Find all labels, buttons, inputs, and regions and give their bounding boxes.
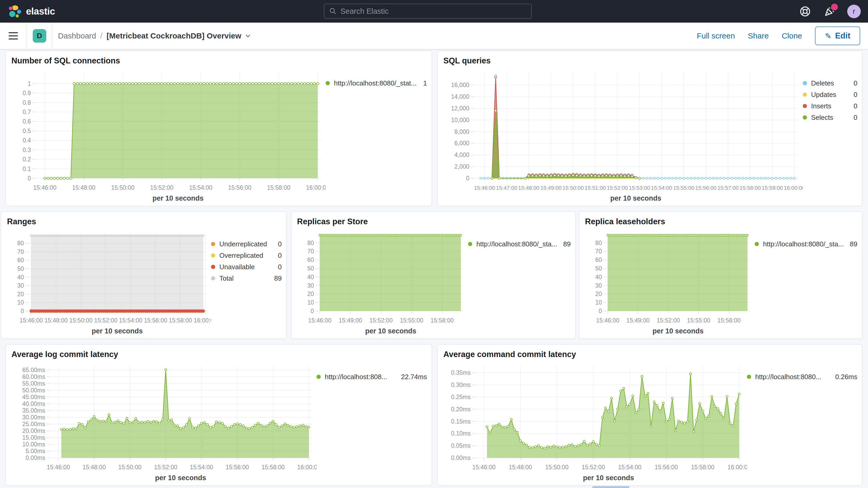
legend-item[interactable]: Unavailable0 (211, 261, 282, 273)
svg-text:15:52:00: 15:52:00 (582, 464, 605, 470)
chart-ranges[interactable]: 15:46:0015:48:0015:50:0015:52:0015:54:00… (6, 229, 211, 336)
svg-text:45.00ms: 45.00ms (22, 394, 45, 400)
elastic-logo[interactable]: elastic (0, 5, 109, 18)
svg-text:40: 40 (307, 274, 314, 280)
global-search-input[interactable]: Search Elastic (324, 4, 532, 19)
legend-item[interactable]: Total89 (211, 273, 282, 284)
svg-text:15:58:00: 15:58:00 (740, 185, 761, 191)
elastic-logo-icon (8, 5, 21, 18)
svg-text:2,000: 2,000 (454, 163, 469, 170)
chart-number-of-sql-connections[interactable]: 15:46:0015:48:0015:50:0015:52:0015:54:00… (10, 68, 326, 203)
svg-text:0.20ms: 0.20ms (451, 406, 471, 413)
legend-value: 89 (846, 240, 857, 248)
legend-value: 0 (850, 91, 857, 99)
clone-button[interactable]: Clone (782, 31, 802, 40)
svg-text:15:54:00: 15:54:00 (119, 317, 143, 324)
breadcrumb-dashboard-link[interactable]: Dashboard (58, 31, 96, 40)
legend-item[interactable]: http://localhost:8080/_stat...1 (326, 78, 427, 89)
panel-ranges: Ranges 15:46:0015:48:0015:50:0015:52:001… (1, 212, 287, 339)
svg-text:0.10ms: 0.10ms (451, 430, 471, 437)
legend-item[interactable]: Overreplicated0 (211, 250, 282, 261)
panel-title: Replica leaseholders (584, 215, 857, 229)
svg-text:0.8: 0.8 (23, 99, 31, 106)
svg-text:0.00ms: 0.00ms (26, 455, 45, 461)
svg-text:50.00ms: 50.00ms (22, 387, 45, 394)
svg-text:15:52:00: 15:52:00 (607, 185, 628, 191)
legend-label: Total (219, 274, 234, 282)
svg-text:10: 10 (17, 299, 24, 306)
svg-text:60: 60 (307, 256, 314, 263)
svg-text:15:49:00: 15:49:00 (540, 185, 562, 191)
legend-item[interactable]: http://localhost:8080/_sta...89 (755, 238, 857, 250)
panel-title: SQL queries (442, 55, 857, 68)
svg-text:per 10 seconds: per 10 seconds (610, 194, 661, 202)
svg-text:70: 70 (595, 248, 602, 255)
svg-text:15:58:00: 15:58:00 (261, 464, 285, 470)
legend-label: http://localhost:8080/_stat... (334, 79, 416, 87)
chevron-down-icon (245, 32, 251, 39)
svg-text:80: 80 (17, 240, 24, 247)
svg-text:40.00ms: 40.00ms (22, 400, 45, 407)
legend-label: Deletes (811, 79, 834, 87)
svg-text:15:51:00: 15:51:00 (585, 185, 606, 191)
legend-swatch-icon (755, 242, 759, 246)
help-button[interactable] (798, 5, 812, 18)
legend-swatch-icon (803, 81, 807, 85)
svg-text:16:00:00: 16:00:00 (784, 185, 803, 191)
hamburger-icon (8, 32, 18, 39)
chart-replicas-per-store[interactable]: 15:46:0015:49:0015:52:0015:55:0015:58:00… (296, 229, 468, 336)
legend-swatch-icon (211, 242, 215, 246)
panel-average-command-commit-latency: Average command commit latency 15:46:001… (437, 344, 862, 486)
full-screen-button[interactable]: Full screen (697, 31, 735, 40)
chart-sql-queries[interactable]: 15:46:0015:47:0015:48:0015:49:0015:50:00… (442, 68, 803, 203)
edit-button[interactable]: ✎ Edit (815, 27, 860, 45)
chart-average-log-commit-latency[interactable]: 15:46:0015:48:0015:50:0015:52:0015:54:00… (10, 362, 316, 483)
user-avatar[interactable]: r (847, 5, 861, 18)
svg-text:20: 20 (595, 291, 602, 297)
dashboard-app-badge[interactable]: D (33, 29, 46, 42)
chart-legend: Deletes0Updates0Inserts0Selects0 (803, 68, 857, 203)
legend-item[interactable]: Selects0 (803, 112, 857, 123)
legend-item[interactable]: Deletes0 (803, 78, 857, 89)
legend-item[interactable]: Updates0 (803, 89, 857, 100)
svg-text:0: 0 (21, 308, 24, 314)
legend-value: 89 (560, 240, 571, 248)
legend-value: 0 (274, 251, 282, 260)
navbar: D Dashboard / [Metricbeat CockroachDB] O… (0, 23, 868, 49)
svg-text:16,000: 16,000 (451, 82, 469, 88)
chart-legend: Underreplicated0Overreplicated0Unavailab… (211, 229, 282, 336)
newsfeed-button[interactable] (823, 5, 836, 18)
legend-label: http://localhost:8080/_sta... (763, 240, 844, 248)
svg-text:15:52:00: 15:52:00 (154, 464, 178, 470)
legend-item[interactable]: http://localhost:8080...0.26ms (747, 371, 857, 383)
legend-value: 0 (850, 102, 857, 110)
svg-text:0: 0 (28, 175, 31, 182)
svg-text:0.35ms: 0.35ms (451, 369, 471, 376)
legend-value: 0 (850, 114, 857, 122)
svg-text:0.2: 0.2 (23, 156, 31, 163)
legend-item[interactable]: http://localhost:8080/_sta...89 (468, 238, 571, 250)
chart-average-command-commit-latency[interactable]: 15:46:0015:48:0015:50:0015:52:0015:54:00… (442, 362, 747, 483)
svg-text:15:58:00: 15:58:00 (717, 317, 741, 324)
legend-item[interactable]: http://localhost:808...22.74ms (316, 371, 427, 383)
legend-item[interactable]: Inserts0 (803, 100, 857, 112)
horizontal-scrollbar-thumb[interactable] (592, 486, 629, 488)
menu-button[interactable] (0, 23, 27, 49)
panel-average-log-commit-latency: Average log commit latency 15:46:0015:48… (5, 344, 432, 486)
legend-item[interactable]: Underreplicated0 (211, 238, 282, 250)
svg-text:15:50:00: 15:50:00 (562, 185, 584, 191)
svg-text:0: 0 (598, 308, 602, 314)
svg-text:30: 30 (307, 282, 314, 289)
legend-swatch-icon (747, 375, 751, 379)
svg-text:6,000: 6,000 (454, 140, 469, 147)
svg-text:0.30ms: 0.30ms (451, 382, 471, 388)
legend-swatch-icon (803, 104, 807, 108)
legend-value: 0 (274, 263, 282, 271)
svg-text:50: 50 (595, 265, 602, 272)
page-title[interactable]: [Metricbeat CockroachDB] Overview (106, 31, 251, 40)
svg-text:15:46:00: 15:46:00 (47, 464, 70, 470)
chart-replica-leaseholders[interactable]: 15:46:0015:49:0015:52:0015:55:0015:58:00… (584, 229, 755, 336)
share-button[interactable]: Share (748, 31, 769, 40)
legend-swatch-icon (211, 265, 215, 269)
svg-text:0.6: 0.6 (23, 118, 31, 125)
